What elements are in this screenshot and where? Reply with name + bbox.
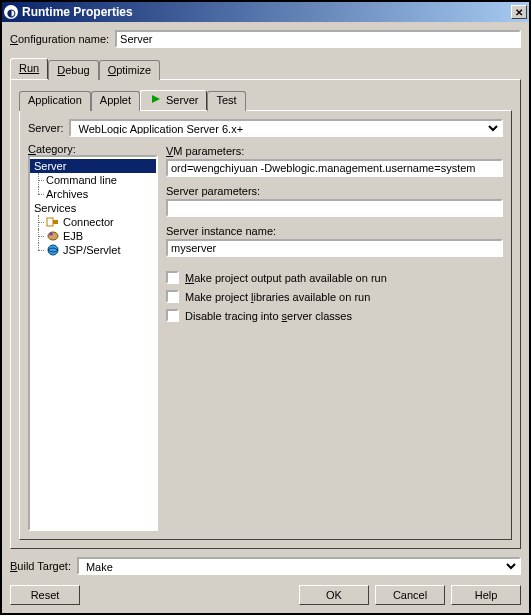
tab-applet[interactable]: Applet (91, 91, 140, 111)
tab-debug[interactable]: Debug (48, 60, 98, 80)
vm-params-input[interactable] (166, 159, 503, 177)
server-params-label: Server parameters: (166, 185, 503, 197)
chk-libraries-label: Make project libraries available on run (185, 291, 370, 303)
tab-optimize[interactable]: Optimize (99, 60, 160, 80)
reset-button[interactable]: Reset (10, 585, 80, 605)
chk-output-path[interactable] (166, 271, 179, 284)
tree-item-ejb[interactable]: EJB (30, 229, 156, 243)
tree-item-jsp[interactable]: JSP/Servlet (30, 243, 156, 257)
tree-item-services[interactable]: Services (30, 201, 156, 215)
svg-rect-2 (53, 220, 58, 224)
run-panel: Application Applet Server Test Server: W… (10, 79, 521, 549)
server-params-input[interactable] (166, 199, 503, 217)
tree-item-server[interactable]: Server (30, 159, 156, 173)
server-select[interactable]: WebLogic Application Server 6.x+ (69, 119, 503, 137)
app-icon: ◐ (4, 5, 18, 19)
instance-name-label: Server instance name: (166, 225, 503, 237)
config-name-input[interactable] (115, 30, 521, 48)
window-title: Runtime Properties (22, 5, 511, 19)
ejb-icon (46, 230, 60, 242)
titlebar[interactable]: ◐ Runtime Properties ✕ (2, 2, 529, 22)
instance-name-input[interactable] (166, 239, 503, 257)
chk-output-path-label: Make project output path available on ru… (185, 272, 387, 284)
build-target-select[interactable]: Make (77, 557, 521, 575)
runtime-properties-dialog: ◐ Runtime Properties ✕ Configuration nam… (0, 0, 531, 615)
tree-item-command-line[interactable]: Command line (30, 173, 156, 187)
svg-point-4 (49, 233, 53, 236)
play-icon (149, 93, 163, 105)
tab-application[interactable]: Application (19, 91, 91, 111)
tree-item-connector[interactable]: Connector (30, 215, 156, 229)
category-label: Category: (28, 143, 158, 155)
help-button[interactable]: Help (451, 585, 521, 605)
vm-params-label: VM parameters: (166, 145, 503, 157)
close-button[interactable]: ✕ (511, 5, 527, 19)
tab-run[interactable]: Run (10, 58, 48, 79)
tree-item-archives[interactable]: Archives (30, 187, 156, 201)
chk-disable-tracing-label: Disable tracing into server classes (185, 310, 352, 322)
jsp-icon (46, 244, 60, 256)
chk-libraries[interactable] (166, 290, 179, 303)
cancel-button[interactable]: Cancel (375, 585, 445, 605)
svg-rect-1 (47, 218, 53, 226)
tab-server[interactable]: Server (140, 90, 207, 110)
server-label: Server: (28, 122, 63, 134)
category-tree[interactable]: Server Command line Archives Services Co… (28, 155, 158, 531)
main-tabs: Run Debug Optimize (10, 58, 521, 79)
ok-button[interactable]: OK (299, 585, 369, 605)
chk-disable-tracing[interactable] (166, 309, 179, 322)
server-panel: Server: WebLogic Application Server 6.x+… (19, 110, 512, 540)
config-name-label: Configuration name: (10, 33, 109, 45)
build-target-label: Build Target: (10, 560, 71, 572)
tab-test[interactable]: Test (207, 91, 245, 111)
svg-marker-0 (152, 95, 160, 103)
connector-icon (46, 216, 60, 228)
svg-point-5 (48, 245, 58, 255)
inner-tabs: Application Applet Server Test (19, 90, 512, 110)
